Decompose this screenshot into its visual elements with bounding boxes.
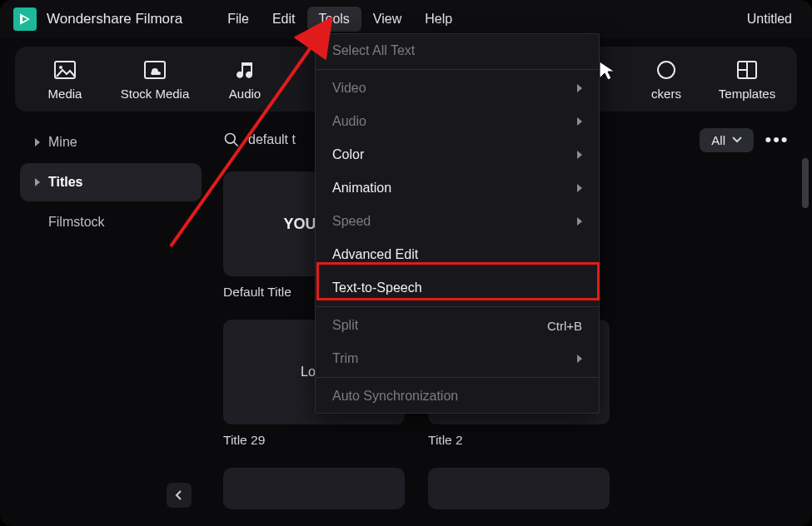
dd-separator — [316, 306, 599, 307]
music-note-icon — [233, 58, 257, 82]
submenu-arrow-icon — [577, 84, 582, 92]
tab-media[interactable]: Media — [20, 58, 110, 101]
document-title: Untitled — [747, 12, 799, 27]
chevron-down-icon — [732, 136, 742, 143]
sidebar-item-titles[interactable]: Titles — [20, 163, 202, 201]
menu-view[interactable]: View — [361, 7, 413, 32]
submenu-arrow-icon — [577, 151, 582, 159]
title-thumb — [223, 468, 405, 509]
tab-label: Audio — [229, 87, 261, 101]
dd-shortcut: Ctrl+B — [547, 319, 582, 333]
menu-file[interactable]: File — [216, 7, 261, 32]
chevron-left-icon — [175, 490, 183, 500]
sidebar: Mine Titles Filmstock — [15, 118, 207, 518]
dd-auto-sync[interactable]: Auto Synchronization — [316, 380, 599, 413]
svg-point-9 — [226, 134, 236, 144]
submenu-arrow-icon — [577, 184, 582, 192]
dd-trim[interactable]: Trim — [316, 342, 599, 375]
dd-video[interactable]: Video — [316, 72, 599, 105]
more-button[interactable]: ••• — [762, 125, 792, 155]
dd-animation[interactable]: Animation — [316, 171, 599, 205]
tab-stock-media[interactable]: Stock Media — [110, 58, 200, 101]
stickers-icon — [655, 58, 678, 82]
more-icon: ••• — [765, 129, 789, 151]
menu-tools[interactable]: Tools — [307, 7, 361, 32]
submenu-arrow-icon — [577, 217, 582, 226]
title-thumb — [428, 468, 610, 509]
sidebar-item-label: Titles — [48, 175, 83, 190]
cloud-image-icon — [143, 58, 167, 82]
search-text: default t — [248, 132, 296, 147]
tools-dropdown: Select All Text Video Audio Color Animat… — [315, 33, 600, 414]
svg-line-10 — [234, 142, 238, 146]
tab-label: Media — [48, 87, 82, 101]
tab-audio[interactable]: Audio — [200, 58, 290, 101]
sidebar-item-label: Mine — [48, 135, 77, 150]
filter-dropdown[interactable]: All — [700, 128, 754, 152]
menu-help[interactable]: Help — [413, 7, 464, 32]
app-name: Wondershare Filmora — [47, 11, 182, 27]
scrollbar-thumb[interactable] — [802, 158, 809, 208]
chevron-right-icon — [35, 138, 40, 146]
menu-edit[interactable]: Edit — [261, 7, 307, 32]
tab-templates[interactable]: Templates — [702, 58, 792, 101]
sidebar-item-label: Filmstock — [48, 215, 105, 230]
dd-split[interactable]: SplitCtrl+B — [316, 309, 599, 342]
sidebar-collapse-button[interactable] — [167, 483, 192, 508]
dd-separator — [316, 69, 599, 70]
search-input[interactable]: default t — [223, 132, 296, 148]
sidebar-item-mine[interactable]: Mine — [20, 123, 202, 161]
dd-select-all-text: Select All Text — [316, 34, 599, 67]
filmora-logo-icon — [17, 12, 32, 27]
image-icon — [53, 58, 77, 82]
app-logo — [13, 7, 37, 31]
tab-label: Stock Media — [121, 87, 190, 101]
dd-separator — [316, 377, 599, 378]
chevron-right-icon — [35, 178, 40, 186]
dd-color[interactable]: Color — [316, 138, 599, 171]
dd-audio[interactable]: Audio — [316, 105, 599, 138]
tab-stickers[interactable]: ckers — [630, 58, 702, 101]
dd-speed[interactable]: Speed — [316, 205, 599, 238]
submenu-arrow-icon — [577, 117, 582, 126]
sidebar-item-filmstock[interactable]: Filmstock — [20, 203, 202, 241]
card-label: Title 2 — [428, 433, 610, 448]
search-icon — [223, 132, 240, 148]
submenu-arrow-icon — [577, 355, 582, 363]
templates-icon — [735, 58, 759, 82]
filter-label: All — [711, 133, 725, 147]
dd-text-to-speech[interactable]: Text-to-Speech — [316, 271, 599, 305]
svg-point-3 — [59, 66, 62, 69]
svg-point-5 — [658, 62, 675, 78]
card-label: Title 29 — [223, 433, 405, 448]
app-window: Wondershare Filmora File Edit Tools View… — [0, 0, 812, 526]
title-card-partial2[interactable] — [428, 468, 610, 509]
title-card-partial1[interactable] — [223, 468, 405, 509]
dd-advanced-edit[interactable]: Advanced Edit — [316, 238, 599, 271]
tab-label: Templates — [719, 87, 775, 101]
menubar: File Edit Tools View Help — [216, 7, 464, 32]
tab-label: ckers — [651, 87, 681, 101]
